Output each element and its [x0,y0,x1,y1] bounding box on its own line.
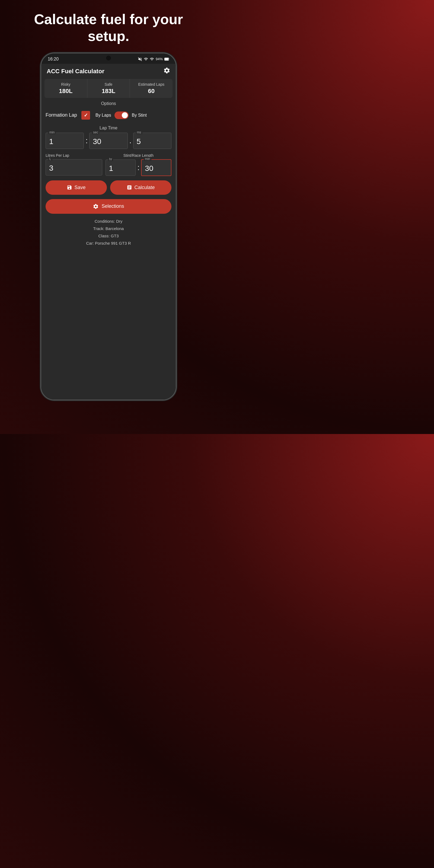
battery-icon [164,58,169,61]
gear-icon [163,67,170,74]
lap-time-sec-group: sec [89,133,127,149]
save-icon [67,185,72,190]
estimated-laps-card: Estimated Laps 60 [130,79,173,98]
stint-colon-separator: : [137,163,140,172]
app-content: Risky 180L Safe 183L Estimated Laps 60 O… [41,79,176,400]
stint-hr-group: hr [105,159,136,176]
litres-input-wrapper: L [45,159,102,176]
stint-hr-prefix: hr [108,157,113,161]
class-text: Class: GT3 [45,232,172,240]
save-button-label: Save [74,185,86,190]
hero-title: Calculate fuel for your setup. [0,0,217,53]
camera-notch [106,56,111,61]
risky-card: Risky 180L [44,79,87,98]
status-time: 16:20 [48,57,59,62]
lap-time-min-group: min [45,133,84,149]
litres-per-lap-input[interactable] [45,159,102,176]
lap-time-min-input[interactable] [45,133,84,149]
action-buttons-row: Save Calculate [41,176,176,195]
stint-race-length-group: Stint/Race Length hr : min [105,153,172,176]
risky-label: Risky [47,82,84,87]
status-bar: 16:20 94% [41,54,176,64]
toggle-knob [122,112,128,118]
safe-value: 183L [102,88,115,94]
options-section-label: Options [41,101,176,106]
selections-button-label: Selections [101,204,124,209]
lap-time-ms-input[interactable] [133,133,172,149]
time-dot-separator: . [129,136,131,145]
formation-lap-label: Formation Lap [45,112,78,118]
estimated-laps-label: Estimated Laps [133,82,170,87]
litres-prefix: L [48,157,52,161]
selections-button[interactable]: Selections [45,199,172,214]
wifi-icon [144,57,148,61]
safe-label: Safe [90,82,127,87]
check-icon: ✓ [84,112,88,118]
app-title: ACC Fuel Calculator [46,68,104,75]
by-laps-by-stint-toggle[interactable] [115,112,129,119]
result-cards: Risky 180L Safe 183L Estimated Laps 60 [44,79,173,98]
calculate-button[interactable]: Calculate [110,180,172,195]
calculate-button-label: Calculate [134,185,155,190]
selections-info: Conditions: Dry Track: Barcelona Class: … [41,218,176,247]
risky-value: 180L [59,88,72,94]
formation-lap-checkbox[interactable]: ✓ [82,111,90,120]
phone-screen: 16:20 94% [41,54,176,400]
litres-per-lap-field-label: Litres Per Lap [45,153,102,158]
stint-race-length-field-label: Stint/Race Length [105,153,172,158]
stint-hr-input[interactable] [105,159,136,176]
stint-inputs: hr : min [105,159,172,176]
settings-button[interactable] [163,67,170,76]
litres-per-lap-group: Litres Per Lap L [45,153,102,176]
stint-min-prefix: min [144,157,151,161]
selections-gear-icon [93,204,99,209]
signal-icon [150,57,154,61]
lap-time-row: min : sec . ms [41,133,176,149]
lap-time-section-label: Lap Time [41,126,176,130]
battery-indicator: 94% [156,57,163,61]
lap-time-min-label: min [48,130,56,134]
conditions-text: Conditions: Dry [45,218,172,225]
lap-time-sec-input[interactable] [89,133,127,149]
by-stint-label: By Stint [132,113,147,118]
power-button [176,175,176,196]
phone-device: 16:20 94% [41,53,176,400]
lap-time-ms-group: ms [133,133,172,149]
app-header: ACC Fuel Calculator [41,64,176,79]
lap-time-sec-label: sec [92,130,99,134]
save-button[interactable]: Save [45,180,107,195]
car-text: Car: Porsche 991 GT3 R [45,240,172,247]
svg-rect-2 [165,58,168,60]
stint-min-group: min [141,159,172,176]
safe-card: Safe 183L [87,79,130,98]
lap-time-ms-label: ms [136,130,143,134]
estimated-laps-value: 60 [148,88,154,94]
options-row: Formation Lap ✓ By Laps By Stint [41,109,176,122]
mute-icon [138,57,142,61]
litres-stint-row: Litres Per Lap L Stint/Race Length hr : [41,153,176,176]
stint-min-input[interactable] [141,159,172,176]
calculate-icon [127,185,132,190]
by-laps-label: By Laps [95,113,111,118]
time-colon-separator: : [86,136,88,145]
status-icons: 94% [138,57,169,61]
track-text: Track: Barcelona [45,225,172,232]
